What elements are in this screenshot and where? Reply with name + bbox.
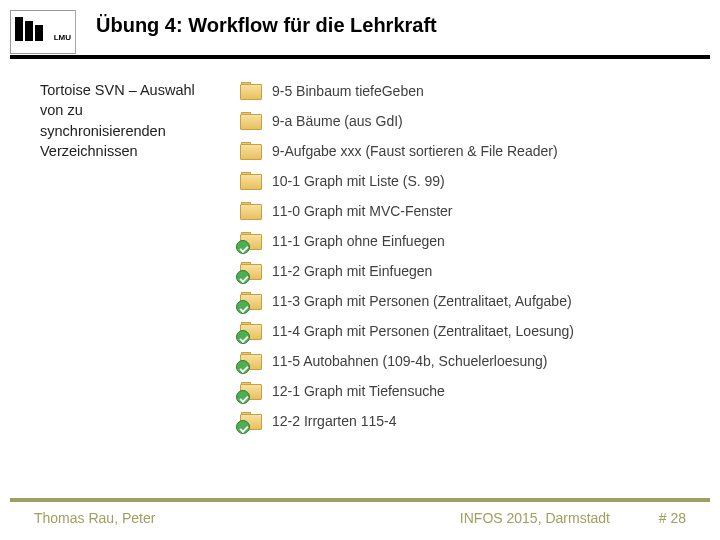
- folder-label: 11-3 Graph mit Personen (Zentralitaet, A…: [272, 293, 572, 309]
- folder-row[interactable]: 9-a Bäume (aus GdI): [240, 106, 700, 136]
- folder-icon: [240, 172, 262, 190]
- svn-normal-overlay-icon: [236, 360, 250, 374]
- folder-row[interactable]: 11-1 Graph ohne Einfuegen: [240, 226, 700, 256]
- folder-row[interactable]: 12-1 Graph mit Tiefensuche: [240, 376, 700, 406]
- folder-row[interactable]: 11-2 Graph mit Einfuegen: [240, 256, 700, 286]
- folder-label: 9-Aufgabe xxx (Faust sortieren & File Re…: [272, 143, 558, 159]
- folder-row[interactable]: 11-3 Graph mit Personen (Zentralitaet, A…: [240, 286, 700, 316]
- folder-icon: [240, 382, 262, 400]
- folder-icon: [240, 292, 262, 310]
- folder-icon: [240, 82, 262, 100]
- slide-title: Übung 4: Workflow für die Lehrkraft: [96, 14, 437, 37]
- header-rule: [10, 55, 710, 59]
- folder-label: 11-0 Graph mit MVC-Fenster: [272, 203, 453, 219]
- slide-header: LMU Übung 4: Workflow für die Lehrkraft: [10, 10, 710, 60]
- slide-body: Tortoise SVN – Auswahl von zu synchronis…: [40, 80, 700, 480]
- footer-page-number: # 28: [659, 510, 686, 526]
- folder-icon: [240, 262, 262, 280]
- folder-icon: [240, 112, 262, 130]
- folder-label: 10-1 Graph mit Liste (S. 99): [272, 173, 445, 189]
- folder-icon: [240, 232, 262, 250]
- folder-label: 9-a Bäume (aus GdI): [272, 113, 403, 129]
- folder-icon: [240, 352, 262, 370]
- folder-row[interactable]: 11-0 Graph mit MVC-Fenster: [240, 196, 700, 226]
- folder-label: 11-1 Graph ohne Einfuegen: [272, 233, 445, 249]
- folder-list: 9-5 Binbaum tiefeGeben9-a Bäume (aus GdI…: [240, 76, 700, 436]
- folder-label: 12-2 Irrgarten 115-4: [272, 413, 397, 429]
- folder-label: 11-4 Graph mit Personen (Zentralitaet, L…: [272, 323, 574, 339]
- folder-row[interactable]: 12-2 Irrgarten 115-4: [240, 406, 700, 436]
- folder-icon: [240, 202, 262, 220]
- svn-normal-overlay-icon: [236, 270, 250, 284]
- folder-row[interactable]: 9-5 Binbaum tiefeGeben: [240, 76, 700, 106]
- folder-label: 11-5 Autobahnen (109-4b, Schuelerloesung…: [272, 353, 548, 369]
- folder-label: 9-5 Binbaum tiefeGeben: [272, 83, 424, 99]
- folder-icon: [240, 142, 262, 160]
- folder-row[interactable]: 9-Aufgabe xxx (Faust sortieren & File Re…: [240, 136, 700, 166]
- slide-footer: Thomas Rau, Peter INFOS 2015, Darmstadt …: [10, 508, 710, 532]
- folder-row[interactable]: 11-4 Graph mit Personen (Zentralitaet, L…: [240, 316, 700, 346]
- folder-label: 11-2 Graph mit Einfuegen: [272, 263, 432, 279]
- svn-normal-overlay-icon: [236, 390, 250, 404]
- svn-normal-overlay-icon: [236, 330, 250, 344]
- svn-normal-overlay-icon: [236, 420, 250, 434]
- description-text: Tortoise SVN – Auswahl von zu synchronis…: [40, 80, 210, 161]
- svn-normal-overlay-icon: [236, 240, 250, 254]
- folder-icon: [240, 412, 262, 430]
- folder-icon: [240, 322, 262, 340]
- footer-conference: INFOS 2015, Darmstadt: [460, 510, 610, 526]
- folder-row[interactable]: 11-5 Autobahnen (109-4b, Schuelerloesung…: [240, 346, 700, 376]
- folder-row[interactable]: 10-1 Graph mit Liste (S. 99): [240, 166, 700, 196]
- footer-author: Thomas Rau, Peter: [34, 510, 155, 526]
- svn-normal-overlay-icon: [236, 300, 250, 314]
- footer-rule: [10, 498, 710, 502]
- lmu-logo: LMU: [10, 10, 76, 54]
- slide: LMU Übung 4: Workflow für die Lehrkraft …: [0, 0, 720, 540]
- folder-label: 12-1 Graph mit Tiefensuche: [272, 383, 445, 399]
